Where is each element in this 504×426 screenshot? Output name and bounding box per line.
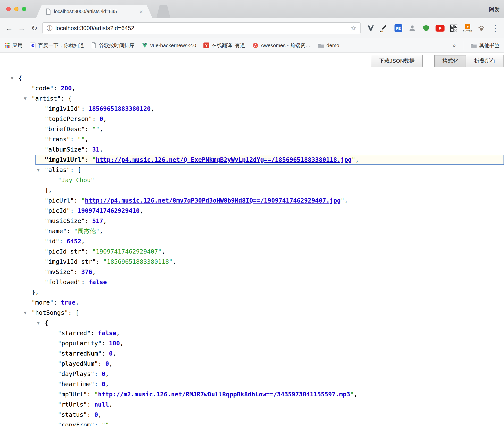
json-line: ], <box>0 185 504 196</box>
json-token-p: }, <box>32 289 39 296</box>
collapse-triangle-icon[interactable]: ▼ <box>24 308 27 318</box>
tab-close-icon[interactable]: × <box>139 9 143 15</box>
json-line: "mp3Url": "http://m2.music.126.net/RMJR7… <box>0 389 504 400</box>
vimium-v-icon[interactable] <box>365 22 376 34</box>
json-token-k: "more" <box>32 299 53 306</box>
page-info-icon[interactable]: ⓘ <box>47 24 52 32</box>
page-favicon-icon <box>46 9 51 15</box>
fe-icon[interactable]: FE <box>393 22 404 34</box>
bookmark-item[interactable]: 百度一下，你就知道 <box>30 42 84 49</box>
close-window-button[interactable] <box>6 7 11 11</box>
json-token-k: "briefDesc" <box>45 126 85 133</box>
json-token-b: null <box>94 401 109 408</box>
shield-icon[interactable] <box>421 22 431 34</box>
json-token-p: : <box>87 391 94 398</box>
json-line: "trans": "", <box>0 134 504 145</box>
json-token-n: 19097417462929410 <box>77 207 140 214</box>
traffic-lights <box>6 7 26 11</box>
json-token-p: , <box>81 238 85 245</box>
json-url-link[interactable]: http://m2.music.126.net/RMJR7wDullRqppBk… <box>98 391 350 398</box>
forward-button[interactable]: → <box>16 22 28 34</box>
json-token-p: , <box>100 126 103 133</box>
collapse-all-button[interactable]: 折叠所有 <box>466 55 504 67</box>
json-token-k: "rtUrls" <box>58 401 87 408</box>
json-token-k: "picId" <box>45 207 70 214</box>
minimize-window-button[interactable] <box>14 7 18 11</box>
json-token-p: , <box>116 330 120 337</box>
json-token-p: : <box>81 105 89 112</box>
json-token-k: "topicPerson" <box>45 115 92 122</box>
json-token-n: 100 <box>109 340 120 347</box>
download-json-button[interactable]: 下载JSON数据 <box>371 55 423 67</box>
browser-menu-icon[interactable]: ⋮ <box>490 22 501 34</box>
json-token-p: : <box>67 228 74 235</box>
json-token-p: : <box>53 299 61 306</box>
json-token-p: : <box>102 350 109 357</box>
bookmark-item[interactable]: vue-hackernews-2.0 <box>142 43 196 48</box>
doc-icon <box>91 42 96 48</box>
bookmark-item[interactable]: demo <box>318 43 339 48</box>
profile-name[interactable]: 阿发 <box>489 6 500 13</box>
profile-person-icon[interactable] <box>407 22 418 34</box>
collapse-triangle-icon[interactable]: ▼ <box>37 165 40 175</box>
json-token-k: "hotSongs" <box>32 309 68 316</box>
json-token-k: "hearTime" <box>58 381 94 388</box>
extensions-toolbar: en FE PLAY <box>365 22 501 34</box>
bookmarks-overflow-chevron[interactable]: » <box>453 42 456 49</box>
reload-button[interactable]: ↻ <box>29 22 40 34</box>
qr-code-icon[interactable] <box>448 22 459 34</box>
json-token-p: { <box>45 319 48 326</box>
collapse-triangle-icon[interactable]: ▼ <box>24 94 27 104</box>
json-token-q: " <box>81 197 85 204</box>
bookmark-item[interactable]: 谷歌按时间排序 <box>91 42 134 49</box>
other-bookmarks-label: 其他书签 <box>479 42 500 49</box>
json-token-p: : <box>70 136 77 143</box>
back-button[interactable]: ← <box>3 22 15 34</box>
youdao-pen-icon[interactable]: en <box>379 22 390 34</box>
player-icon[interactable]: PLAYER <box>462 22 473 34</box>
json-token-s: "19097417462929407" <box>92 248 162 255</box>
json-token-s: "" <box>77 136 85 143</box>
json-url-link[interactable]: http://p4.music.126.net/8mv7qP30Pd3oHW8b… <box>85 197 341 204</box>
json-token-p: , <box>105 381 109 388</box>
other-bookmarks-folder[interactable]: 其他书签 <box>470 42 500 49</box>
bookmark-label: Awesomes - 前端资… <box>261 42 311 49</box>
json-line: "copyFrom": "", <box>0 420 504 426</box>
json-token-p: , <box>151 105 154 112</box>
bookmark-star-icon[interactable]: ☆ <box>350 24 356 32</box>
player-label: PLAYER <box>463 30 472 32</box>
json-token-p: , <box>113 350 116 357</box>
paw-icon[interactable] <box>476 22 487 34</box>
baidu-icon <box>30 43 36 48</box>
collapse-triangle-icon[interactable]: ▼ <box>11 73 14 83</box>
address-bar[interactable]: ⓘ localhost:3000/artists?id=6452 ☆ <box>42 22 361 34</box>
json-token-b: false <box>89 279 107 286</box>
collapse-triangle-icon[interactable]: ▼ <box>37 318 40 328</box>
json-line: "playedNum": 0, <box>0 359 504 369</box>
json-token-n: 0 <box>102 370 105 377</box>
youtube-icon[interactable] <box>435 22 445 34</box>
json-toolbar: 下载JSON数据 格式化 折叠所有 <box>0 53 504 67</box>
json-token-n: 200 <box>61 85 72 92</box>
json-token-k: "starred" <box>58 330 91 337</box>
browser-tab[interactable]: localhost:3000/artists?id=645 × <box>36 5 152 18</box>
json-token-p: : <box>94 421 102 426</box>
json-line: "hearTime": 0, <box>0 379 504 389</box>
bookmark-item[interactable]: Y在线翻译_有道 <box>203 42 245 49</box>
json-token-k: "popularity" <box>58 340 102 347</box>
json-token-k: "trans" <box>45 136 70 143</box>
format-button[interactable]: 格式化 <box>434 55 466 67</box>
json-line: "topicPerson": 0, <box>0 114 504 124</box>
json-line: "starred": false, <box>0 328 504 338</box>
bookmark-item[interactable]: 应用 <box>4 42 23 49</box>
json-url-link[interactable]: http://p4.music.126.net/Q_ExePNkmqB2yWyL… <box>96 156 352 163</box>
json-token-p: , <box>109 401 113 408</box>
maximize-window-button[interactable] <box>22 7 26 11</box>
json-token-k: "code" <box>32 85 53 92</box>
svg-text:Y: Y <box>205 43 208 47</box>
new-tab-button[interactable] <box>156 5 170 18</box>
bookmark-item[interactable]: AAwesomes - 前端资… <box>252 42 311 49</box>
json-token-p: : <box>85 156 92 163</box>
json-token-p: , <box>120 340 124 347</box>
json-line: "img1v1Id_str": "18569651883380118", <box>0 257 504 267</box>
